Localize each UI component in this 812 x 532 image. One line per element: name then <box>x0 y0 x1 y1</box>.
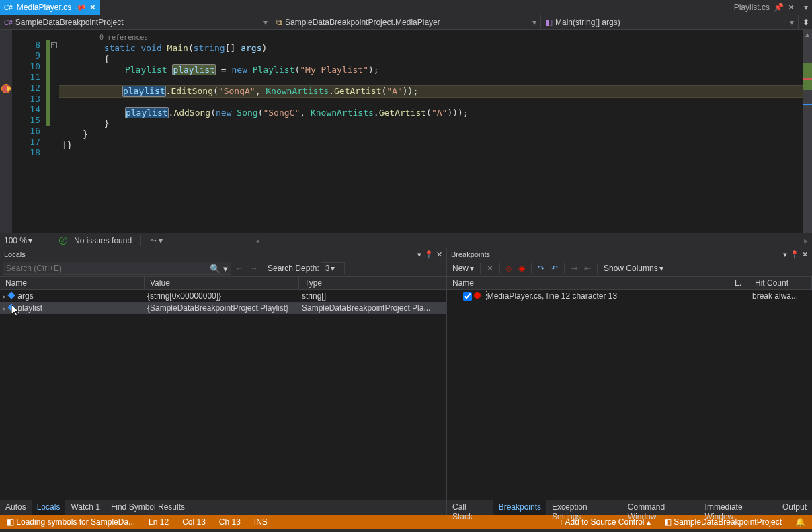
zoom-dropdown[interactable]: 100 % ▾ <box>4 236 32 245</box>
nav-class[interactable]: ⧉ SampleDataBreakpointProject.MediaPlaye… <box>272 15 541 29</box>
depth-dropdown[interactable]: 3 ▾ <box>321 262 346 274</box>
col-name[interactable]: Name <box>447 277 729 289</box>
class-icon: ⧉ <box>276 17 282 27</box>
col-hitcount[interactable]: Hit Count <box>749 277 812 289</box>
search-field[interactable] <box>6 264 210 273</box>
local-row[interactable]: ▸ args {string[0x00000000]} string[] <box>0 290 446 302</box>
indicator-icon[interactable]: ⤳ ▾ <box>150 236 163 245</box>
toggle-all-icon[interactable]: ◉ <box>516 262 528 274</box>
scroll-right-icon[interactable]: ▸ <box>804 236 808 245</box>
col-labels[interactable]: L. <box>729 277 749 289</box>
show-columns-dropdown[interactable]: Show Columns ▾ <box>601 262 666 274</box>
export-icon[interactable]: ↷ <box>535 262 547 274</box>
tab-playlist[interactable]: Playlist.cs 📌 ✕ ▾ <box>730 0 812 15</box>
var-type: string[] <box>299 291 446 301</box>
close-icon[interactable]: ✕ <box>436 250 442 259</box>
close-icon[interactable]: ✕ <box>802 250 808 259</box>
chevron-down-icon: ▾ <box>532 17 536 27</box>
scroll-left-icon[interactable]: ◂ <box>255 236 259 245</box>
chevron-down-icon: ▾ <box>790 17 794 27</box>
fold-gutter[interactable] <box>50 30 59 233</box>
chevron-down-icon: ▾ <box>28 236 32 245</box>
split-icon: ⬍ <box>803 17 809 27</box>
tab-autos[interactable]: Autos <box>0 500 32 515</box>
editor-status-bar: 100 % ▾ ✓ No issues found ⤳ ▾ ◂ ▸ <box>0 233 812 248</box>
status-ch[interactable]: Ch 13 <box>212 517 247 527</box>
locals-column-headers[interactable]: Name Value Type <box>0 276 446 290</box>
tab-watch1[interactable]: Watch 1 <box>65 500 106 515</box>
goto-disasm-icon[interactable]: ⇤ <box>581 262 594 274</box>
breakpoints-bottom-tabs: Call Stack Breakpoints Exception Setting… <box>447 500 812 515</box>
col-name[interactable]: Name <box>0 277 145 289</box>
tab-breakpoints[interactable]: Breakpoints <box>493 500 546 515</box>
status-line[interactable]: Ln 12 <box>142 517 175 527</box>
close-icon[interactable]: ✕ <box>89 3 96 12</box>
codelens[interactable]: 0 references <box>59 32 803 43</box>
variable-icon <box>8 303 15 311</box>
tab-callstack[interactable]: Call Stack <box>447 500 493 515</box>
loading-indicator[interactable]: ◧ Loading symbols for SampleDa... <box>0 517 142 527</box>
code-content[interactable]: 0 references static void Main(string[] a… <box>59 30 803 233</box>
status-project[interactable]: ◧ SampleDataBreakpointProject <box>657 517 788 527</box>
new-breakpoint-button[interactable]: New ▾ <box>450 262 477 274</box>
nav-forward-button[interactable]: → <box>247 262 261 274</box>
chevron-down-icon[interactable]: ▾ <box>417 250 421 259</box>
tab-locals[interactable]: Locals <box>32 500 66 515</box>
search-icon[interactable]: 🔍 ▾ <box>210 264 228 274</box>
document-tabs: C# MediaPlayer.cs 📌 ✕ Playlist.cs 📌 ✕ ▾ <box>0 0 812 15</box>
notifications-icon[interactable]: 🔔 <box>788 517 812 527</box>
breakpoint-marker[interactable] <box>1 84 11 93</box>
add-source-control[interactable]: ↑ Add to Source Control ▴ <box>553 517 657 527</box>
breakpoints-header[interactable]: Breakpoints ▾ 📍 ✕ <box>447 248 812 260</box>
goto-code-icon[interactable]: ⇥ <box>568 262 580 274</box>
locals-header[interactable]: Locals ▾ 📍 ✕ <box>0 248 446 260</box>
method-icon: ◧ <box>545 17 553 27</box>
import-icon[interactable]: ↶ <box>549 262 561 274</box>
line-numbers: 89101112131415161718 <box>12 30 46 233</box>
pin-icon[interactable]: 📌 <box>74 1 87 14</box>
local-row[interactable]: ▸ playlist {SampleDataBreakpointProject.… <box>0 302 446 314</box>
locals-rows[interactable]: ▸ args {string[0x00000000]} string[] ▸ p… <box>0 290 446 500</box>
tab-exception-settings[interactable]: Exception Settings <box>546 500 622 515</box>
tab-immediate-window[interactable]: Immediate Window <box>700 500 777 515</box>
tab-command-window[interactable]: Command Window <box>622 500 700 515</box>
nav-member[interactable]: ◧ Main(string[] args) ▾ <box>541 15 799 29</box>
status-col[interactable]: Col 13 <box>175 517 212 527</box>
scroll-up-icon[interactable]: ▴ <box>803 30 812 39</box>
col-type[interactable]: Type <box>299 277 446 289</box>
tab-find-symbol[interactable]: Find Symbol Results <box>106 500 190 515</box>
fold-toggle[interactable] <box>51 42 57 48</box>
tab-mediaplayer[interactable]: C# MediaPlayer.cs 📌 ✕ <box>0 0 100 15</box>
tab-output[interactable]: Output <box>777 500 812 515</box>
delete-all-icon[interactable]: ⦸ <box>503 262 514 274</box>
delete-icon[interactable]: ✕ <box>484 262 496 274</box>
status-ins[interactable]: INS <box>247 517 274 527</box>
split-view-button[interactable]: ⬍ <box>799 15 812 29</box>
chevron-down-icon[interactable]: ▾ <box>783 250 787 259</box>
search-input[interactable]: 🔍 ▾ <box>3 262 231 275</box>
code-editor[interactable]: 89101112131415161718 0 references static… <box>0 30 812 233</box>
close-icon[interactable]: ✕ <box>788 3 795 12</box>
var-value: {SampleDataBreakpointProject.Playlist} <box>145 303 299 313</box>
breakpoint-hitcount: break alwa... <box>749 291 812 301</box>
pin-icon[interactable]: 📌 <box>774 3 784 12</box>
breakpoint-gutter[interactable] <box>0 30 12 233</box>
expand-icon[interactable]: ▸ <box>3 293 6 300</box>
breakpoint-row[interactable]: MediaPlayer.cs, line 12 character 13 bre… <box>447 290 812 302</box>
breakpoints-rows[interactable]: MediaPlayer.cs, line 12 character 13 bre… <box>447 290 812 500</box>
col-value[interactable]: Value <box>145 277 299 289</box>
breakpoints-column-headers[interactable]: Name L. Hit Count <box>447 276 812 290</box>
nav-back-button[interactable]: ← <box>233 262 246 274</box>
scroll-map[interactable]: ▴ <box>803 30 812 233</box>
breakpoint-checkbox[interactable] <box>463 292 472 301</box>
check-icon: ✓ <box>59 237 67 245</box>
var-value: {string[0x00000000]} <box>145 291 299 301</box>
chevron-down-icon[interactable]: ▾ <box>804 3 808 12</box>
nav-class-label: SampleDataBreakpointProject.MediaPlayer <box>285 17 440 27</box>
issues-label[interactable]: No issues found <box>74 236 132 245</box>
nav-project[interactable]: C# SampleDataBreakpointProject ▾ <box>0 15 272 29</box>
pin-icon[interactable]: 📍 <box>424 250 434 259</box>
expand-icon[interactable]: ▸ <box>3 305 6 312</box>
pin-icon[interactable]: 📍 <box>790 250 799 259</box>
var-type: SampleDataBreakpointProject.Pla... <box>299 303 446 313</box>
